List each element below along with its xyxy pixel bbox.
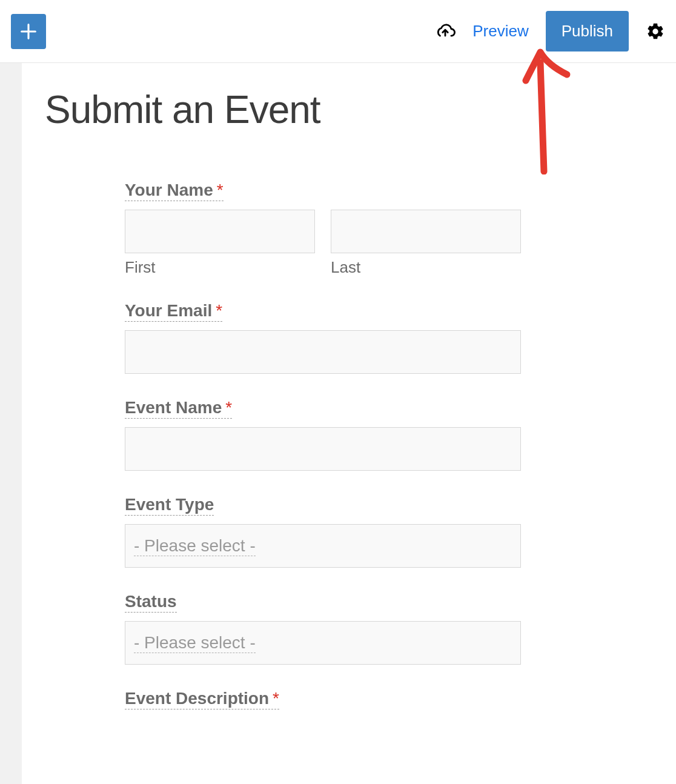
plus-icon: [18, 21, 39, 42]
status-select[interactable]: - Please select -: [125, 621, 521, 665]
label-status: Status: [125, 592, 177, 613]
page-title: Submit an Event: [45, 87, 653, 132]
label-event-name: Event Name *: [125, 398, 232, 419]
toolbar: Preview Publish: [0, 0, 676, 63]
editor-canvas: Submit an Event Your Name * First Last: [0, 63, 676, 784]
add-block-button[interactable]: [11, 14, 46, 49]
cloud-upload-icon: [435, 22, 456, 41]
cloud-save-button[interactable]: [435, 22, 456, 41]
field-your-email: Your Email *: [125, 301, 521, 374]
first-name-input[interactable]: [125, 210, 315, 253]
label-your-email: Your Email *: [125, 301, 222, 322]
gear-icon: [646, 22, 665, 41]
label-event-type: Event Type: [125, 495, 214, 516]
settings-button[interactable]: [646, 22, 665, 41]
event-type-placeholder: - Please select -: [134, 536, 256, 556]
label-event-description: Event Description *: [125, 689, 279, 709]
page-content: Submit an Event Your Name * First Last: [22, 63, 676, 784]
status-placeholder: - Please select -: [134, 633, 256, 653]
field-event-description: Event Description *: [125, 689, 521, 709]
preview-link[interactable]: Preview: [472, 22, 528, 41]
event-form: Your Name * First Last Your: [125, 181, 521, 709]
first-name-sublabel: First: [125, 258, 315, 277]
label-your-name: Your Name *: [125, 181, 224, 201]
left-gutter: [0, 63, 22, 784]
field-your-name: Your Name * First Last: [125, 181, 521, 277]
field-event-type: Event Type - Please select -: [125, 495, 521, 568]
publish-button[interactable]: Publish: [546, 11, 629, 51]
field-event-name: Event Name *: [125, 398, 521, 471]
field-status: Status - Please select -: [125, 592, 521, 665]
last-name-sublabel: Last: [331, 258, 521, 277]
last-name-input[interactable]: [331, 210, 521, 253]
email-input[interactable]: [125, 330, 521, 374]
event-type-select[interactable]: - Please select -: [125, 524, 521, 568]
event-name-input[interactable]: [125, 427, 521, 471]
